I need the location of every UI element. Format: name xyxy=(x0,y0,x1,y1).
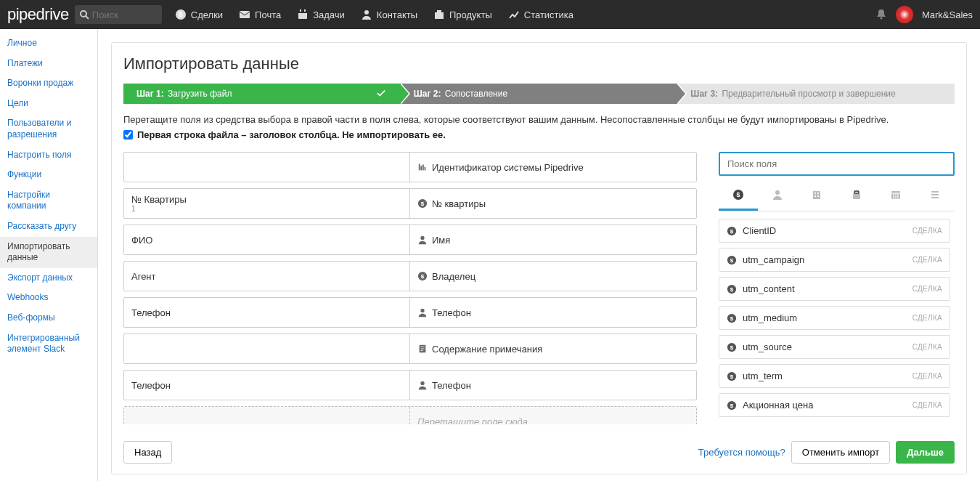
sidebar-item-5[interactable]: Настроить поля xyxy=(0,145,97,166)
field-item[interactable]: utm_sourceСДЕЛКА xyxy=(719,335,950,359)
nav: Сделки Почта Задачи Контакты Продукты Ст… xyxy=(175,9,573,20)
sidebar-item-13[interactable]: Интегрированный элемент Slack xyxy=(0,328,97,360)
person-icon xyxy=(417,307,428,318)
sidebar: ЛичноеПлатежиВоронки продажЦелиПользоват… xyxy=(0,29,98,481)
tab-product[interactable] xyxy=(837,183,876,211)
chart-icon xyxy=(508,9,520,20)
map-dst[interactable]: Владелец xyxy=(410,262,696,291)
sidebar-item-12[interactable]: Веб-формы xyxy=(0,308,97,328)
person-icon xyxy=(361,9,372,20)
nav-contacts[interactable]: Контакты xyxy=(361,9,417,20)
logo: pipedrive xyxy=(7,5,69,24)
map-src: Агент xyxy=(124,262,410,291)
mapping-column[interactable]: Идентификатор системы Pipedrive№ Квартир… xyxy=(123,152,701,424)
cancel-button[interactable]: Отменить импорт xyxy=(791,441,890,464)
nav-products[interactable]: Продукты xyxy=(433,9,492,20)
calendar-dense-icon xyxy=(890,189,902,201)
avatar[interactable] xyxy=(896,6,913,23)
dollar-icon xyxy=(727,313,737,323)
field-tag: СДЕЛКА xyxy=(912,227,942,235)
sidebar-item-7[interactable]: Настройки компании xyxy=(0,185,97,217)
import-card: Импортировать данные Шаг 1: Загрузить фа… xyxy=(111,42,967,474)
sidebar-item-1[interactable]: Платежи xyxy=(0,54,97,74)
sidebar-item-3[interactable]: Цели xyxy=(0,94,97,114)
tab-deal[interactable] xyxy=(719,183,758,211)
first-row-checkbox-row: Первая строка файла – заголовок столбца.… xyxy=(123,129,955,140)
map-row[interactable]: Идентификатор системы Pipedrive xyxy=(123,152,697,182)
map-dst[interactable]: Идентификатор системы Pipedrive xyxy=(410,153,696,182)
field-tag: СДЕЛКА xyxy=(912,314,942,322)
dollar-icon xyxy=(175,9,187,20)
tab-person[interactable] xyxy=(758,183,797,211)
next-button[interactable]: Дальше xyxy=(896,441,955,464)
card-footer: Назад Требуется помощь? Отменить импорт … xyxy=(123,441,955,464)
field-list[interactable]: ClientIDСДЕЛКАutm_campaignСДЕЛКАutm_cont… xyxy=(719,219,955,424)
map-row[interactable]: АгентВладелец xyxy=(123,261,697,291)
map-src: ФИО xyxy=(124,225,410,254)
dollar-icon xyxy=(727,371,737,381)
person-icon xyxy=(772,189,783,201)
sidebar-item-9[interactable]: Импортировать данные xyxy=(0,237,97,268)
map-row[interactable]: ТелефонТелефон xyxy=(123,370,697,400)
map-dst[interactable]: Имя xyxy=(410,225,696,254)
sidebar-item-6[interactable]: Функции xyxy=(0,165,97,185)
field-item[interactable]: utm_campaignСДЕЛКА xyxy=(719,248,950,272)
back-button[interactable]: Назад xyxy=(123,441,172,464)
field-tag: СДЕЛКА xyxy=(912,256,942,264)
map-row[interactable]: Содержание примечания xyxy=(123,334,697,364)
dollar-icon xyxy=(727,226,737,236)
person-icon xyxy=(417,235,428,245)
map-src xyxy=(124,153,410,182)
map-drop-placeholder[interactable]: Перетащите поле сюда xyxy=(123,406,697,424)
global-search[interactable] xyxy=(75,5,162,24)
step-3: Шаг 3: Предварительный просмотр и заверш… xyxy=(677,84,955,104)
instruction-text: Перетащите поля из средства выбора в пра… xyxy=(123,114,955,125)
field-item[interactable]: ClientIDСДЕЛКА xyxy=(719,219,950,243)
nav-deals[interactable]: Сделки xyxy=(175,9,223,20)
map-dst[interactable]: Содержание примечания xyxy=(410,334,696,363)
tab-note[interactable] xyxy=(915,183,955,211)
dollar-icon xyxy=(727,400,737,411)
field-item[interactable]: utm_contentСДЕЛКА xyxy=(719,277,950,301)
sidebar-item-11[interactable]: Webhooks xyxy=(0,288,97,308)
dollar-icon xyxy=(727,284,737,294)
map-src: № Квартиры1 xyxy=(124,189,410,218)
field-item[interactable]: utm_termСДЕЛКА xyxy=(719,364,950,388)
stepper: Шаг 1: Загрузить файл Шаг 2: Сопоставлен… xyxy=(123,84,955,104)
username[interactable]: Mark&Sales xyxy=(922,9,973,20)
dollar-icon xyxy=(727,255,737,265)
bag-icon xyxy=(851,189,862,201)
map-row[interactable]: № Квартиры1№ квартиры xyxy=(123,188,697,219)
sidebar-item-0[interactable]: Личное xyxy=(0,33,97,54)
sidebar-item-8[interactable]: Рассказать другу xyxy=(0,217,97,237)
global-search-input[interactable] xyxy=(92,9,150,20)
box-icon xyxy=(433,9,445,20)
sidebar-item-4[interactable]: Пользователи и разрешения xyxy=(0,113,97,145)
dollar-icon xyxy=(727,342,737,352)
nav-mail[interactable]: Почта xyxy=(239,9,281,20)
map-dst[interactable]: № квартиры xyxy=(410,189,696,218)
field-tabs xyxy=(719,183,955,211)
topbar-right: Mark&Sales xyxy=(875,6,973,23)
field-search-input[interactable] xyxy=(719,152,955,176)
nav-stats[interactable]: Статистика xyxy=(508,9,573,20)
notifications-button[interactable] xyxy=(875,8,887,22)
mail-icon xyxy=(239,9,250,20)
tab-org[interactable] xyxy=(797,183,836,211)
sidebar-item-2[interactable]: Воронки продаж xyxy=(0,73,97,94)
first-row-checkbox[interactable] xyxy=(123,130,133,140)
map-dst[interactable]: Телефон xyxy=(410,298,696,327)
field-item[interactable]: Акционная ценаСДЕЛКА xyxy=(719,393,950,417)
nav-tasks[interactable]: Задачи xyxy=(297,9,345,20)
map-row[interactable]: ТелефонТелефон xyxy=(123,297,697,328)
field-item[interactable]: utm_mediumСДЕЛКА xyxy=(719,306,950,330)
bell-icon xyxy=(875,8,887,20)
map-dst[interactable]: Телефон xyxy=(410,371,696,400)
tab-activity[interactable] xyxy=(876,183,915,211)
sidebar-item-10[interactable]: Экспорт данных xyxy=(0,268,97,288)
help-link[interactable]: Требуется помощь? xyxy=(698,447,785,458)
field-tag: СДЕЛКА xyxy=(912,401,942,409)
map-src: Телефон xyxy=(124,298,410,327)
field-tag: СДЕЛКА xyxy=(912,372,942,380)
map-row[interactable]: ФИОИмя xyxy=(123,225,697,255)
